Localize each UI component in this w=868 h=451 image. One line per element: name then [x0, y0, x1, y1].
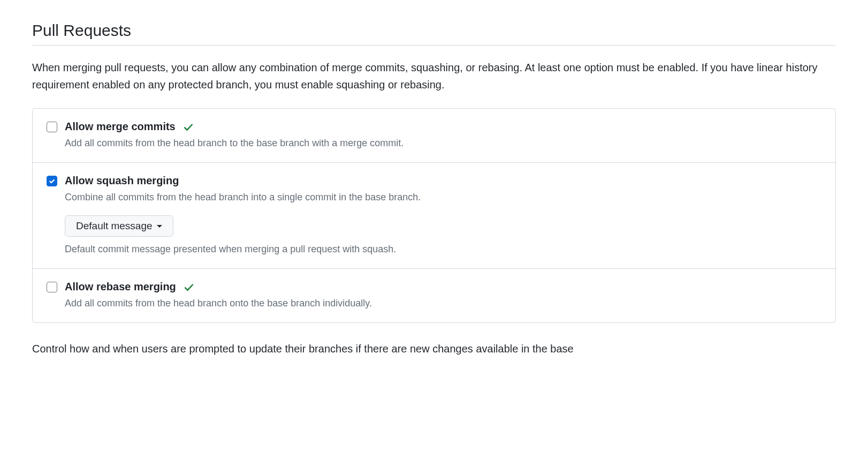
dropdown-label: Default message [76, 220, 153, 232]
option-rebase-merging: Allow rebase merging Add all commits fro… [33, 269, 835, 322]
footer-text: Control how and when users are prompted … [32, 340, 836, 357]
section-title: Pull Requests [32, 21, 836, 46]
success-check-icon [184, 282, 194, 292]
merge-commits-description: Add all commits from the head branch to … [65, 136, 821, 151]
success-check-icon [183, 122, 194, 132]
squash-sub-controls: Default message [65, 215, 821, 237]
squash-description: Combine all commits from the head branch… [65, 190, 821, 205]
rebase-checkbox[interactable] [47, 282, 57, 292]
merge-commits-label: Allow merge commits [65, 121, 176, 133]
option-header: Allow merge commits [47, 121, 821, 133]
rebase-description: Add all commits from the head branch ont… [65, 296, 821, 311]
merge-commits-checkbox[interactable] [47, 122, 57, 132]
option-header: Allow squash merging [47, 175, 821, 187]
squash-default-message-dropdown[interactable]: Default message [65, 215, 173, 237]
rebase-label: Allow rebase merging [65, 281, 176, 293]
intro-text: When merging pull requests, you can allo… [32, 59, 836, 93]
squash-dropdown-description: Default commit message presented when me… [65, 242, 821, 257]
merge-options-box: Allow merge commits Add all commits from… [32, 108, 836, 323]
caret-down-icon [157, 225, 162, 228]
option-merge-commits: Allow merge commits Add all commits from… [33, 109, 835, 163]
option-squash-merging: Allow squash merging Combine all commits… [33, 163, 835, 269]
squash-label: Allow squash merging [65, 175, 179, 187]
checkmark-icon [48, 177, 56, 185]
squash-checkbox[interactable] [47, 176, 57, 186]
option-header: Allow rebase merging [47, 281, 821, 293]
